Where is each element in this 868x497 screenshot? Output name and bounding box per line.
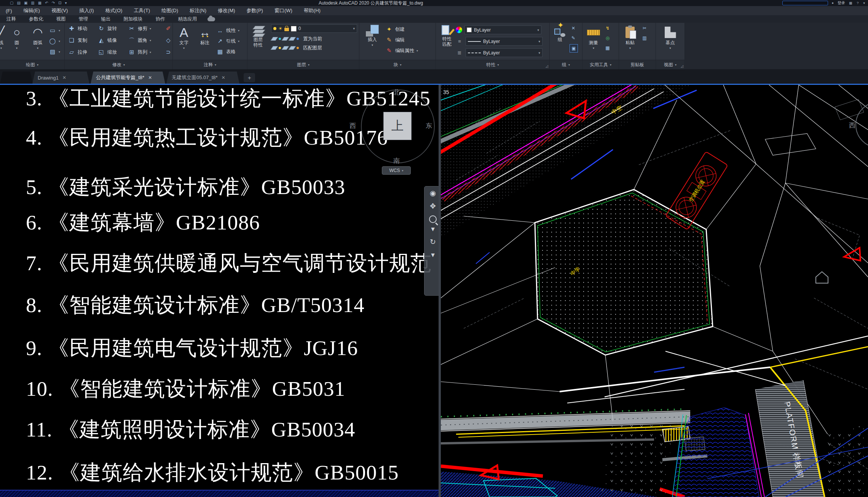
panel-expander-icon[interactable]: ◿ (681, 64, 683, 68)
menu-modify[interactable]: 修改(M) (212, 7, 241, 14)
panel-groups-label[interactable]: 组▾ (550, 60, 582, 69)
start-tab[interactable] (0, 72, 33, 84)
viewcube-south-label[interactable]: 南 (393, 156, 400, 165)
copy-clip-button[interactable]: ▥ (641, 34, 648, 42)
create-block-button[interactable]: ✦创建 (385, 25, 418, 34)
apps-icon[interactable]: ▦ (849, 0, 852, 6)
layer-properties-button[interactable]: 图层特性 (247, 23, 269, 48)
viewcube-top-face[interactable]: 上 (383, 112, 412, 140)
navbar-more-icon[interactable]: ▾ (431, 251, 435, 259)
close-icon[interactable]: ✕ (222, 75, 225, 80)
ellipse-button[interactable]: ◯▾ (49, 37, 60, 46)
workspace-icon[interactable]: ⊡ (58, 0, 61, 6)
panel-annotate-label[interactable]: 注释▾ (173, 60, 247, 69)
titlebar-menu-icon[interactable]: ▾ (863, 0, 865, 6)
menu-insert[interactable]: 插入(I) (73, 7, 99, 14)
steering-wheel-icon[interactable]: ◉ (430, 190, 436, 197)
viewcube-west-label[interactable]: 西 (349, 121, 356, 130)
help-icon[interactable]: ？ (856, 0, 859, 6)
calculator-button[interactable]: ▦ (604, 44, 611, 52)
leader-button[interactable]: ↗引线▾ (216, 37, 239, 46)
table-button[interactable]: ▦表格 (216, 47, 239, 56)
viewcube-north-label[interactable]: 北 (393, 88, 400, 97)
group-selection-toggle[interactable]: ▣ (570, 44, 578, 53)
file-tab-active[interactable]: 公共建筑节能专篇_t8*✕ (91, 72, 165, 84)
panel-utilities-label[interactable]: 实用工具▾ (582, 60, 619, 69)
stretch-button[interactable]: ▱拉伸 (68, 48, 97, 57)
hatch-button[interactable]: ▨▾ (49, 47, 60, 56)
save-as-icon[interactable]: ▥ (31, 0, 34, 6)
tab-collaborate[interactable]: 协作 (149, 16, 172, 22)
panel-draw-label[interactable]: 绘图▾ (0, 60, 64, 69)
copy-button[interactable]: ❏复制 (68, 36, 97, 45)
tab-parametric[interactable]: 参数化 (22, 16, 50, 22)
id-point-button[interactable]: ◎ (604, 34, 611, 42)
fillet-button[interactable]: ⌒圆角▾ (128, 36, 164, 45)
circle-button[interactable]: ○ 圆▾ (7, 23, 27, 51)
edit-block-button[interactable]: ✎编辑 (385, 35, 418, 45)
tab-featured-apps[interactable]: 精选应用 (172, 16, 204, 22)
move-button[interactable]: ✚移动 (68, 24, 97, 33)
menu-help[interactable]: 帮助(H) (298, 7, 326, 14)
match-properties-button[interactable]: 特性匹配 (438, 23, 456, 47)
panel-expander-icon[interactable]: ◿ (546, 64, 548, 68)
edit-attributes-button[interactable]: ✎编辑属性▾ (385, 46, 418, 55)
insert-block-button[interactable]: 插入▾ (362, 23, 382, 48)
layer-dropdown[interactable]: ☀ 0 ▾ (271, 24, 357, 33)
tab-annotate[interactable]: 注释 (0, 16, 22, 22)
cut-button[interactable]: ✂ (641, 24, 648, 32)
signin-label[interactable]: 登录 (838, 0, 845, 6)
menu-window[interactable]: 窗口(W) (269, 7, 298, 14)
file-tab-elevation[interactable]: 无建筑立面05.07_t8*✕ (166, 72, 239, 84)
menu-dimension[interactable]: 标注(N) (184, 7, 212, 14)
menu-draw[interactable]: 绘图(D) (156, 7, 184, 14)
linetype-dropdown[interactable]: ByLayer ▾ (466, 48, 542, 57)
save-icon[interactable]: ▣ (24, 0, 27, 6)
lineweight-dropdown[interactable]: ByLayer ▾ (466, 37, 542, 46)
panel-properties-label[interactable]: 特性▾◿ (436, 60, 549, 69)
open-file-icon[interactable]: ▤ (17, 0, 20, 6)
trim-button[interactable]: ✂修剪▾ (128, 24, 164, 33)
text-button[interactable]: A 文字▾ (174, 23, 193, 51)
menu-view[interactable]: 视图(V) (46, 7, 73, 14)
menu-edit[interactable]: 编辑(E) (18, 7, 46, 14)
rectangle-button[interactable]: ▭▾ (49, 26, 60, 35)
measure-button[interactable]: 测量▾ (584, 23, 603, 51)
orbit-icon[interactable]: ↻ (430, 238, 436, 246)
tab-manage[interactable]: 管理 (72, 16, 95, 22)
tab-addins[interactable]: 附加模块 (117, 16, 149, 22)
quick-select-button[interactable]: ↯ (604, 24, 611, 32)
panel-layers-label[interactable]: 图层▾ (247, 60, 359, 69)
zoom-icon[interactable] (429, 215, 437, 223)
arc-button[interactable]: ◠ 圆弧▾ (27, 23, 49, 51)
menu-parametric[interactable]: 参数(P) (241, 7, 269, 14)
scale-button[interactable]: ◱缩放 (97, 48, 128, 57)
group-edit-button[interactable]: ✎ (570, 34, 577, 42)
user-icon[interactable]: ● (832, 0, 834, 6)
paste-button[interactable]: 粘贴▾ (621, 23, 639, 51)
line-button[interactable]: ╱ 线▾ (0, 23, 7, 51)
rotate-button[interactable]: ↻旋转 (97, 24, 128, 33)
dimension-button[interactable]: ↔ 标注 (194, 23, 215, 45)
linear-button[interactable]: ↔线性▾ (216, 26, 239, 35)
base-point-button[interactable]: 基点▾ (661, 23, 680, 51)
new-tab-button[interactable]: ＋ (244, 73, 255, 82)
viewcube-east-label[interactable]: 东 (426, 121, 432, 130)
menu-format[interactable]: 格式(O) (100, 7, 128, 14)
qat-dropdown-icon[interactable]: ▾ (65, 0, 67, 6)
wcs-badge[interactable]: WCS▾ (382, 166, 411, 175)
tab-output[interactable]: 输出 (95, 16, 117, 22)
set-current-button[interactable]: 置为当前 (272, 34, 357, 43)
plot-icon[interactable]: ▦ (38, 0, 41, 6)
new-file-icon[interactable]: ▢ (10, 0, 13, 6)
array-button[interactable]: ⊞阵列▾ (128, 48, 164, 57)
search-input[interactable] (782, 1, 828, 5)
viewport-right-siteplan[interactable]: 35 中空 (441, 85, 868, 497)
group-button[interactable]: 组 (552, 23, 568, 42)
zoom-flyout-icon[interactable]: ▾ (431, 225, 435, 233)
close-icon[interactable]: ✕ (62, 75, 66, 80)
tab-view[interactable]: 视图 (50, 16, 72, 22)
object-color-dropdown[interactable]: ByLayer ▾ (464, 25, 541, 34)
redo-icon[interactable]: ↷ (52, 0, 55, 6)
close-icon[interactable]: ✕ (148, 75, 152, 80)
